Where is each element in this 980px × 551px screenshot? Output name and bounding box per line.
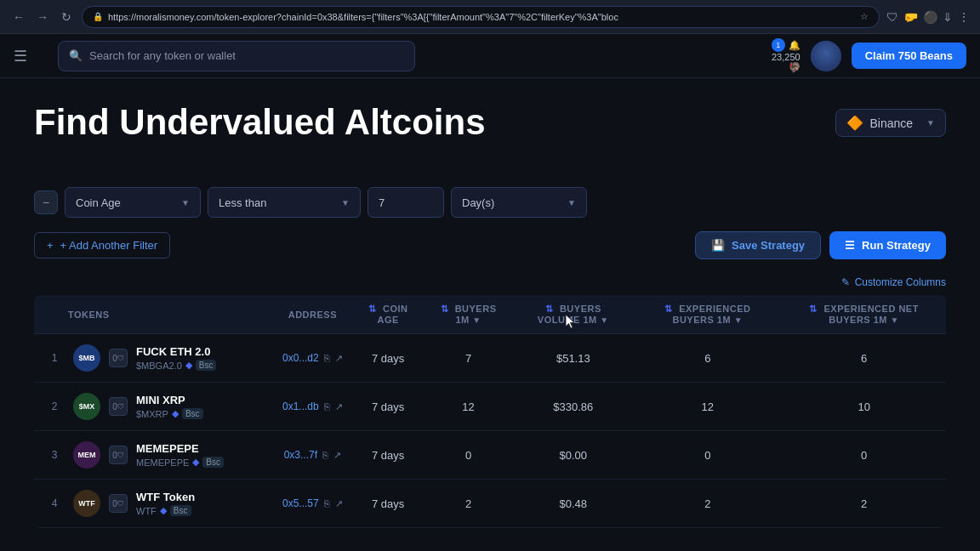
token-logo: $MB xyxy=(73,344,100,372)
exp-net-buyers-filter-icon: ▼ xyxy=(891,315,899,325)
token-info: FUCK ETH 2.0 $MBGA2.0 ◆ Bsc xyxy=(136,345,216,371)
coin-age-cell: 7 days xyxy=(353,431,424,480)
header-right: 1 🔔 23,250 🦃 Claim 750 Beans xyxy=(772,38,966,73)
coin-age-column-header[interactable]: ⇅ COIN AGE xyxy=(353,295,424,334)
refresh-button[interactable]: ↻ xyxy=(58,9,75,26)
token-cell: MEM 0🛡 MEMEPEPE MEMEPEPE ◆ Bsc xyxy=(66,441,224,469)
back-button[interactable]: ← xyxy=(10,9,27,26)
external-link-icon[interactable]: ↗ xyxy=(335,353,343,364)
token-cell: WTF 0🛡 WTF Token WTF ◆ Bsc xyxy=(66,490,195,517)
coin-age-cell: 7 days xyxy=(353,334,424,383)
experienced-net-buyers-column-header[interactable]: ⇅ EXPERIENCED NET BUYERS 1M ▼ xyxy=(782,295,946,334)
plus-icon: + xyxy=(47,239,54,252)
external-link-icon[interactable]: ↗ xyxy=(333,450,341,461)
row-number: 2 xyxy=(41,400,61,412)
filter-remove-button[interactable]: − xyxy=(34,190,58,214)
save-strategy-button[interactable]: 💾 Save Strategy xyxy=(695,231,821,259)
experienced-net-buyers-cell: 6 xyxy=(782,334,946,383)
row-number: 1 xyxy=(41,352,61,364)
claim-beans-button[interactable]: Claim 750 Beans xyxy=(852,43,966,69)
copy-icon[interactable]: ⎘ xyxy=(324,353,330,363)
token-name: WTF Token xyxy=(136,491,195,503)
address-bar[interactable]: 🔒 https://moralismoney.com/token-explore… xyxy=(82,6,880,28)
token-name: MINI XRP xyxy=(136,394,203,406)
table-row: 2 $MX 0🛡 MINI XRP $MXRP ◆ Bsc 0x1...db ⎘… xyxy=(34,383,946,431)
address-cell: 0x1...db ⎘ ↗ xyxy=(272,383,353,431)
action-row: + + Add Another Filter 💾 Save Strategy ☰… xyxy=(34,231,946,259)
shield-browser-icon[interactable]: 🛡 xyxy=(886,10,898,24)
coin-age-cell: 7 days xyxy=(353,480,424,528)
customize-icon: ✎ xyxy=(841,276,850,288)
add-filter-button[interactable]: + + Add Another Filter xyxy=(34,232,170,258)
download-icon[interactable]: ⇓ xyxy=(943,10,953,24)
table-row: 3 MEM 0🛡 MEMEPEPE MEMEPEPE ◆ Bsc 0x3...7… xyxy=(34,431,946,480)
buyers-volume-filter-icon: ▼ xyxy=(600,315,608,325)
buyers-filter-icon: ▼ xyxy=(472,315,481,325)
copy-icon[interactable]: ⎘ xyxy=(322,450,328,460)
filter-operator-chevron-icon: ▼ xyxy=(341,198,350,207)
browser-action-buttons: 🛡 🤛 ⚫ ⇓ ⋮ xyxy=(886,10,970,24)
token-search-bar[interactable]: 🔍 Search for any token or wallet xyxy=(58,41,415,71)
experienced-buyers-cell: 12 xyxy=(633,383,782,431)
beans-counter: 1 🔔 23,250 🦃 xyxy=(772,38,801,73)
beans-icon: 🦃 xyxy=(789,62,801,73)
copy-icon[interactable]: ⎘ xyxy=(324,401,330,412)
token-sub: MEMEPEPE ◆ Bsc xyxy=(136,457,224,468)
results-table: TOKENS ADDRESS ⇅ COIN AGE ⇅ BUYERS 1M ▼ xyxy=(34,295,946,528)
save-icon: 💾 xyxy=(711,239,725,252)
token-info: WTF Token WTF ◆ Bsc xyxy=(136,491,195,516)
filter-row: − Coin Age ▼ Less than ▼ 7 Day(s) ▼ xyxy=(34,187,946,218)
exp-net-buyers-sort-icon: ⇅ xyxy=(809,304,818,314)
shield-badge: 0🛡 xyxy=(109,494,128,513)
buyers-cell: 7 xyxy=(424,334,514,383)
run-strategy-label: Run Strategy xyxy=(862,239,931,252)
chain-badge: Bsc xyxy=(196,360,217,371)
main-content: Find Undervalued Altcoins 🔶 Binance ▼ − … xyxy=(0,78,980,542)
profile-icon[interactable]: ⚫ xyxy=(923,10,937,24)
buyers-volume-column-header[interactable]: ⇅ BUYERS VOLUME 1M ▼ xyxy=(513,295,633,334)
filter-unit-select[interactable]: Day(s) ▼ xyxy=(451,187,587,218)
address-value: 0x3...7f xyxy=(284,449,317,461)
chain-selector[interactable]: 🔶 Binance ▼ xyxy=(835,109,947,137)
avatar[interactable] xyxy=(811,41,841,71)
extensions-icon[interactable]: 🤛 xyxy=(903,10,918,24)
coin-age-cell: 7 days xyxy=(353,383,424,431)
run-strategy-button[interactable]: ☰ Run Strategy xyxy=(829,231,946,259)
token-name: MEMEPEPE xyxy=(136,442,224,455)
chain-name: Binance xyxy=(870,116,914,130)
experienced-net-buyers-cell: 10 xyxy=(782,383,946,431)
minus-icon: − xyxy=(43,196,49,209)
avatar-image xyxy=(811,41,841,71)
address-value: 0x5...57 xyxy=(282,497,319,509)
browser-chrome: ← → ↻ 🔒 https://moralismoney.com/token-e… xyxy=(0,0,980,34)
bookmark-icon: ☆ xyxy=(860,11,869,22)
menu-icon[interactable]: ⋮ xyxy=(958,10,970,24)
buyers-column-header[interactable]: ⇅ BUYERS 1M ▼ xyxy=(424,295,514,334)
filter-value-input[interactable]: 7 xyxy=(368,187,444,218)
filter-key-label: Coin Age xyxy=(76,196,121,209)
url-text: https://moralismoney.com/token-explorer?… xyxy=(108,12,855,22)
token-info: MEMEPEPE MEMEPEPE ◆ Bsc xyxy=(136,442,224,468)
address-column-header: ADDRESS xyxy=(272,295,353,334)
chain-badge: Bsc xyxy=(182,408,203,419)
hamburger-menu-button[interactable]: ☰ xyxy=(14,47,27,65)
customize-columns-button[interactable]: ✎ Customize Columns xyxy=(841,276,946,288)
forward-button[interactable]: → xyxy=(34,9,51,26)
buyers-volume-cell: $0.48 xyxy=(513,480,633,528)
exp-buyers-filter-icon: ▼ xyxy=(734,315,743,325)
address-cell: 0x3...7f ⎘ ↗ xyxy=(272,431,353,480)
row-number: 4 xyxy=(41,497,61,509)
table-header-row: TOKENS ADDRESS ⇅ COIN AGE ⇅ BUYERS 1M ▼ xyxy=(34,295,946,334)
address-cell: 0x5...57 ⎘ ↗ xyxy=(272,480,353,528)
external-link-icon[interactable]: ↗ xyxy=(335,498,343,509)
copy-icon[interactable]: ⎘ xyxy=(324,498,330,508)
external-link-icon[interactable]: ↗ xyxy=(335,401,343,412)
buyers-cell: 0 xyxy=(424,431,514,480)
notification-badge: 1 xyxy=(772,38,785,52)
filter-operator-select[interactable]: Less than ▼ xyxy=(208,187,361,218)
token-cell: $MB 0🛡 FUCK ETH 2.0 $MBGA2.0 ◆ Bsc xyxy=(66,344,216,372)
experienced-buyers-column-header[interactable]: ⇅ EXPERIENCED BUYERS 1M ▼ xyxy=(633,295,782,334)
chain-badge: Bsc xyxy=(202,457,224,468)
filter-unit-label: Day(s) xyxy=(462,196,494,209)
filter-key-select[interactable]: Coin Age ▼ xyxy=(65,187,201,218)
